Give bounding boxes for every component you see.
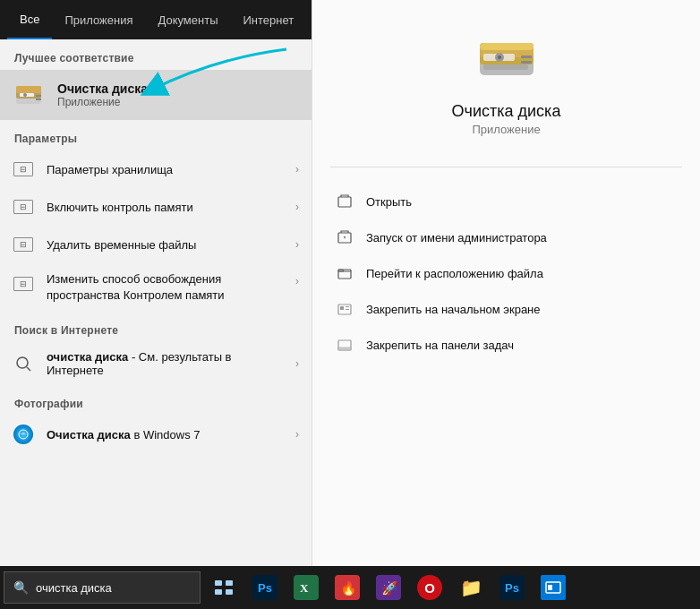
action-pin-start[interactable]: Закрепить на начальном экране bbox=[330, 291, 682, 327]
pin-start-icon bbox=[336, 300, 354, 318]
action-run-admin-label: Запуск от имени администратора bbox=[366, 231, 547, 244]
taskbar-excel[interactable]: X bbox=[286, 566, 326, 609]
taskbar: 🔍 Ps X bbox=[0, 566, 700, 609]
svg-rect-30 bbox=[521, 61, 532, 64]
taskbar-photoshop2[interactable]: Ps bbox=[492, 566, 532, 609]
svg-rect-2 bbox=[215, 589, 222, 595]
svg-rect-29 bbox=[521, 56, 532, 58]
chevron-icon-photo: › bbox=[295, 428, 299, 441]
web-search-label: Поиск в Интернете bbox=[0, 312, 312, 342]
settings-icon: ⊟ bbox=[13, 273, 34, 295]
svg-rect-16 bbox=[16, 86, 41, 93]
best-match-item[interactable]: Очистка диска Приложение bbox=[0, 70, 312, 120]
results-content: Лучшее соответствие Очистка диска bbox=[0, 39, 312, 566]
tab-docs[interactable]: Документы bbox=[145, 0, 230, 39]
svg-rect-3 bbox=[226, 589, 233, 595]
svg-rect-18 bbox=[36, 99, 41, 100]
action-pin-taskbar[interactable]: Закрепить на панели задач bbox=[330, 327, 682, 363]
admin-icon bbox=[336, 228, 354, 246]
svg-line-22 bbox=[27, 367, 30, 371]
storage-icon: ⊟ bbox=[13, 159, 34, 180]
svg-rect-34 bbox=[338, 197, 351, 207]
action-run-admin[interactable]: Запуск от имени администратора bbox=[330, 219, 682, 255]
taskbar-rocket-app[interactable]: 🚀 bbox=[369, 566, 408, 609]
taskbar-fire-app[interactable]: 🔥 bbox=[328, 566, 367, 609]
svg-point-20 bbox=[23, 93, 27, 97]
taskbar-file-explorer[interactable]: 📁 bbox=[451, 566, 491, 609]
svg-rect-27 bbox=[480, 43, 534, 50]
search-tabs: Все Приложения Документы Интернет Другие… bbox=[0, 0, 312, 39]
photos-label: Фотографии bbox=[0, 385, 312, 416]
svg-rect-17 bbox=[36, 95, 41, 97]
right-app-header: Очистка диска Приложение bbox=[330, 27, 682, 136]
photo-icon bbox=[13, 424, 34, 445]
svg-rect-12 bbox=[548, 585, 552, 590]
web-search-item[interactable]: очистка диска - См. результаты в Интерне… bbox=[0, 342, 312, 385]
search-input[interactable] bbox=[36, 581, 191, 595]
disk-icon bbox=[13, 79, 45, 111]
search-bar-container[interactable]: 🔍 bbox=[4, 571, 201, 604]
app-large-icon bbox=[474, 27, 539, 91]
svg-point-21 bbox=[17, 357, 28, 368]
action-open[interactable]: Открыть bbox=[330, 184, 682, 219]
taskbar-taskview[interactable] bbox=[204, 566, 243, 609]
divider bbox=[330, 167, 682, 167]
params-item-1[interactable]: ⊟ Включить контроль памяти › bbox=[0, 188, 312, 226]
chevron-icon-web: › bbox=[295, 357, 299, 370]
svg-rect-39 bbox=[346, 306, 349, 307]
action-goto-label: Перейти к расположению файла bbox=[366, 267, 543, 280]
folder-icon bbox=[336, 264, 354, 282]
taskbar-opera[interactable]: O bbox=[410, 566, 449, 609]
action-pin-taskbar-label: Закрепить на панели задач bbox=[366, 339, 514, 352]
svg-rect-38 bbox=[340, 306, 344, 310]
params-item-0[interactable]: ⊟ Параметры хранилища › bbox=[0, 150, 312, 188]
svg-rect-0 bbox=[215, 580, 222, 586]
params-label: Параметры bbox=[0, 120, 312, 150]
delete-icon: ⊟ bbox=[13, 234, 34, 255]
tab-apps[interactable]: Приложения bbox=[52, 0, 145, 39]
svg-text:🔥: 🔥 bbox=[340, 580, 357, 596]
best-match-label: Лучшее соответствие bbox=[0, 39, 312, 70]
params-item-3[interactable]: ⊟ Изменить способ освобождения пространс… bbox=[0, 263, 312, 312]
taskbar-blue-app[interactable] bbox=[534, 566, 573, 609]
open-icon bbox=[336, 193, 354, 210]
svg-point-32 bbox=[498, 56, 501, 59]
params-item-2[interactable]: ⊟ Удалить временные файлы › bbox=[0, 226, 312, 263]
tab-internet[interactable]: Интернет bbox=[230, 0, 306, 39]
svg-rect-42 bbox=[338, 347, 351, 350]
start-menu: Все Приложения Документы Интернет Другие… bbox=[0, 0, 700, 566]
svg-rect-33 bbox=[483, 64, 528, 70]
chevron-icon-3: › bbox=[295, 275, 299, 287]
chevron-icon-2: › bbox=[295, 238, 299, 251]
left-panel: Все Приложения Документы Интернет Другие… bbox=[0, 0, 312, 566]
right-app-title: Очистка диска bbox=[452, 102, 561, 121]
action-open-label: Открыть bbox=[366, 195, 412, 209]
web-search-icon bbox=[13, 353, 34, 374]
svg-rect-1 bbox=[226, 580, 233, 586]
svg-rect-40 bbox=[346, 309, 349, 310]
svg-text:🚀: 🚀 bbox=[381, 580, 398, 596]
memory-icon: ⊟ bbox=[13, 196, 34, 218]
action-goto-location[interactable]: Перейти к расположению файла bbox=[330, 255, 682, 291]
search-icon: 🔍 bbox=[13, 580, 29, 595]
best-match-text: Очистка диска Приложение bbox=[57, 81, 148, 108]
chevron-icon: › bbox=[295, 163, 299, 176]
right-panel: Очистка диска Приложение Открыть bbox=[312, 0, 700, 566]
chevron-icon-1: › bbox=[295, 201, 299, 213]
tab-all[interactable]: Все bbox=[7, 0, 52, 39]
photos-item[interactable]: Очистка диска в Windows 7 › bbox=[0, 416, 312, 453]
svg-text:X: X bbox=[300, 581, 309, 595]
right-app-subtitle: Приложение bbox=[472, 123, 540, 136]
pin-taskbar-icon bbox=[336, 336, 354, 354]
taskbar-icons: Ps X 🔥 🚀 bbox=[204, 566, 573, 609]
action-pin-start-label: Закрепить на начальном экране bbox=[366, 303, 541, 316]
taskbar-photoshop1[interactable]: Ps bbox=[245, 566, 285, 609]
